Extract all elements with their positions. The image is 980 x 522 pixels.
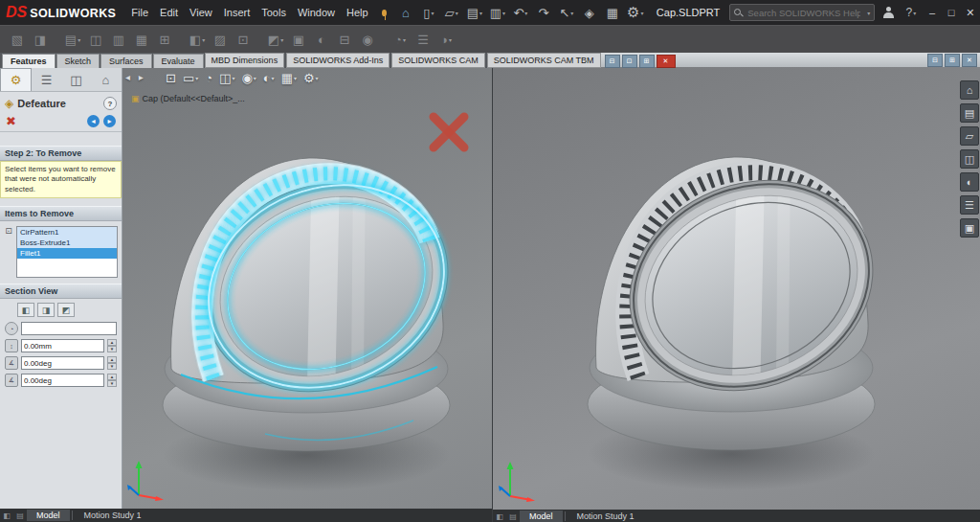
zoom-area-icon[interactable]: ▭▾ — [183, 71, 198, 85]
section-zx-button[interactable]: ◩ — [57, 303, 75, 317]
preview-viewport[interactable]: ⌂ ▤ ▱ ◫ ◐ ☰ ▣ — [493, 67, 980, 510]
toolbar-icon-17[interactable]: ☰ — [412, 29, 434, 50]
preview-home-icon[interactable]: ⌂ — [960, 80, 979, 100]
sketch-grid-icon[interactable]: ▦ — [601, 2, 624, 23]
toolbar-icon-11[interactable]: ◩▾ — [264, 29, 287, 50]
splitter-icon[interactable]: ◧ — [0, 511, 13, 520]
menu-insert[interactable]: Insert — [218, 0, 256, 25]
toolbar-icon-5[interactable]: ▥ — [107, 29, 130, 50]
list-item[interactable]: Boss-Extrude1 — [17, 238, 117, 248]
menu-help[interactable]: Help — [341, 0, 374, 25]
sheet-icon[interactable]: ▤ — [13, 511, 27, 520]
toolbar-icon-4[interactable]: ◫ — [84, 29, 107, 50]
offset-distance-input[interactable] — [21, 339, 104, 352]
dimxpert-tab-icon[interactable]: ⌂ — [91, 68, 121, 91]
section-yz-button[interactable]: ◨ — [37, 303, 55, 317]
model-tab[interactable]: Model — [520, 511, 563, 522]
display-style-icon[interactable]: ◐▾ — [263, 71, 275, 85]
tab-solidworks-cam[interactable]: SOLIDWORKS CAM — [391, 53, 485, 68]
view-orientation-icon[interactable]: ◉▾ — [241, 71, 256, 85]
x-rotation-stepper[interactable]: ▲▼ — [107, 356, 117, 370]
view-nav-arrows[interactable]: ◂ ▸ — [125, 72, 146, 82]
open-icon[interactable]: ▱▾ — [440, 2, 463, 23]
toolbar-icon-13[interactable]: ◐ — [310, 29, 333, 50]
section-reference-input[interactable] — [21, 322, 117, 335]
toolbar-icon-16[interactable]: ◔▾ — [389, 29, 412, 50]
toolbar-icon-12[interactable]: ▣ — [287, 29, 310, 50]
section-view-icon[interactable]: ◫▾ — [219, 71, 234, 85]
toolbar-icon-3[interactable]: ▤▾ — [61, 29, 84, 50]
zoom-fit-icon[interactable]: ⊡ — [166, 71, 176, 85]
back-arrow-icon[interactable]: ◂ — [87, 115, 100, 127]
cap-model-preview[interactable] — [546, 117, 917, 500]
preview-maximize-button[interactable]: ⊞ — [945, 54, 960, 67]
next-arrow-icon[interactable]: ▸ — [103, 115, 116, 127]
select-pointer-icon[interactable]: ↖▾ — [555, 2, 578, 23]
model-tab[interactable]: Model — [27, 510, 70, 521]
doc-minimize-button[interactable]: ⊟ — [605, 55, 620, 68]
help-search[interactable]: ▾ — [729, 4, 875, 21]
tab-features[interactable]: Features — [2, 54, 56, 68]
toolbar-icon-15[interactable]: ◉ — [356, 29, 379, 50]
preview-folder-icon[interactable]: ▱ — [960, 126, 979, 146]
new-document-icon[interactable]: ▯▾ — [417, 2, 440, 23]
items-to-remove-list[interactable]: CirPattern1 Boss-Extrude1 Fillet1 — [16, 226, 118, 278]
toolbar-icon-8[interactable]: ◧▾ — [186, 29, 209, 50]
menu-edit[interactable]: Edit — [154, 0, 184, 25]
tab-evaluate[interactable]: Evaluate — [153, 54, 204, 68]
y-rotation-input[interactable] — [21, 374, 104, 387]
preview-appearance-icon[interactable]: ◐ — [960, 172, 979, 192]
cancel-icon[interactable]: ✖ — [6, 114, 16, 128]
motion-study-tab[interactable]: Motion Study 1 — [75, 510, 151, 521]
toolbar-icon-10[interactable]: ⊡ — [232, 29, 255, 50]
search-input[interactable] — [746, 7, 862, 19]
preview-save-icon[interactable]: ▤ — [960, 103, 979, 123]
user-account-icon[interactable] — [882, 7, 892, 19]
toolbar-icon-9[interactable]: ▨ — [209, 29, 232, 50]
pm-help-icon[interactable]: ? — [103, 97, 117, 110]
redo-icon[interactable]: ↷ — [532, 2, 555, 23]
save-icon[interactable]: ▤▾ — [463, 2, 486, 23]
propertymanager-tab-icon[interactable]: ⚙ — [0, 68, 32, 91]
configuration-tab-icon[interactable]: ◫ — [61, 68, 91, 91]
doc-maximize-button[interactable]: ⊞ — [639, 55, 655, 68]
tab-sketch[interactable]: Sketch — [56, 54, 100, 68]
list-item[interactable]: CirPattern1 — [17, 227, 117, 238]
toolbar-icon-6[interactable]: ▦ — [130, 29, 153, 50]
offset-distance-stepper[interactable]: ▲▼ — [107, 339, 117, 352]
motion-study-tab[interactable]: Motion Study 1 — [568, 511, 644, 522]
tab-surfaces[interactable]: Surfaces — [100, 54, 152, 68]
preview-display-icon[interactable]: ◫ — [960, 149, 979, 169]
minimize-button[interactable]: – — [923, 0, 942, 25]
doc-restore-button[interactable]: ⊡ — [622, 55, 637, 68]
breadcrumb[interactable]: ▣ Cap (Default<<Default>_... — [131, 94, 245, 103]
print-icon[interactable]: ▥▾ — [486, 2, 509, 23]
toolbar-icon-7[interactable]: ⊞ — [153, 29, 176, 50]
close-button[interactable]: ✕ — [961, 0, 980, 25]
cap-model-highlighted[interactable] — [122, 118, 492, 501]
maximize-button[interactable]: □ — [942, 0, 961, 25]
menu-tools[interactable]: Tools — [256, 0, 292, 25]
undo-icon[interactable]: ↶▾ — [509, 2, 532, 23]
toolbar-icon-1[interactable]: ▧ — [6, 29, 29, 50]
section-xy-button[interactable]: ◧ — [17, 303, 34, 317]
menu-file[interactable]: File — [125, 0, 154, 25]
x-rotation-input[interactable] — [21, 356, 104, 370]
doc-close-button[interactable]: ✕ — [657, 55, 676, 68]
help-icon[interactable]: ?▾ — [900, 2, 923, 23]
preview-minimize-button[interactable]: ⊟ — [927, 54, 943, 67]
tab-mbd-dimensions[interactable]: MBD Dimensions — [205, 53, 285, 68]
graphics-viewport[interactable]: ◂ ▸ ⊡ ▭▾ ◔ ◫▾ ◉▾ ◐▾ ▦▾ ⚙▾ ▣ Cap (Default… — [122, 68, 492, 509]
y-rotation-stepper[interactable]: ▲▼ — [107, 374, 117, 387]
preview-list-icon[interactable]: ☰ — [960, 195, 979, 215]
rebuild-icon[interactable]: ◈ — [578, 2, 601, 23]
pin-icon[interactable] — [382, 10, 387, 16]
tab-solidworks-add-ins[interactable]: SOLIDWORKS Add-Ins — [286, 53, 390, 68]
previous-view-icon[interactable]: ◔ — [205, 71, 212, 85]
list-item[interactable]: Fillet1 — [17, 248, 117, 259]
splitter-icon[interactable]: ◧ — [493, 512, 506, 521]
sheet-icon[interactable]: ▤ — [506, 512, 520, 521]
view-settings-icon[interactable]: ⚙▾ — [303, 71, 319, 85]
tab-solidworks-cam-tbm[interactable]: SOLIDWORKS CAM TBM — [487, 53, 601, 68]
toolbar-icon-18[interactable]: ◑▾ — [434, 29, 457, 50]
